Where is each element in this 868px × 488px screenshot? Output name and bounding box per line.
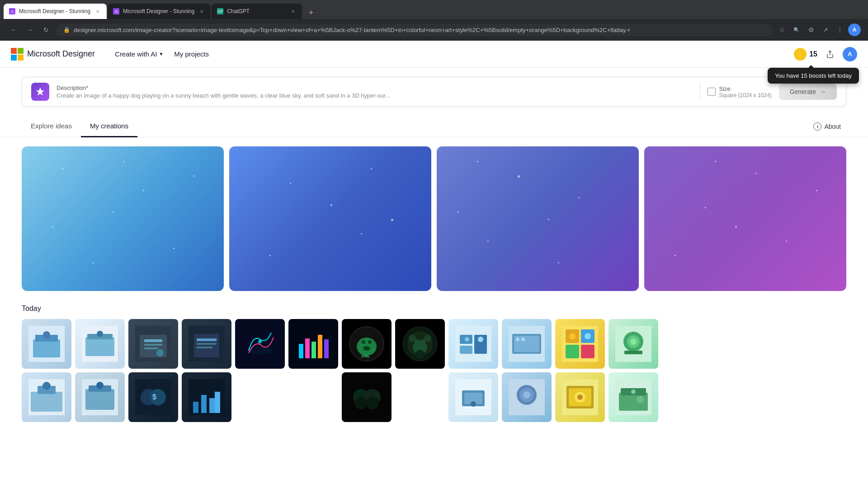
forward-button[interactable]: → — [24, 23, 36, 36]
today-item-3[interactable] — [22, 372, 71, 422]
url-bar[interactable]: 🔒 designer.microsoft.com/image-creator?s… — [56, 24, 772, 36]
tab-explore-ideas[interactable]: Explore ideas — [22, 116, 81, 137]
today-item-12[interactable] — [395, 319, 445, 369]
svg-text:$: $ — [152, 393, 156, 401]
svg-point-113 — [637, 396, 644, 403]
today-item-10[interactable] — [288, 319, 338, 369]
svg-rect-24 — [144, 344, 162, 346]
generate-arrow-icon: → — [820, 88, 826, 95]
svg-rect-14 — [31, 392, 62, 412]
tab-title-1: Microsoft Designer - Stunning — [19, 8, 90, 14]
today-item-8[interactable] — [182, 372, 231, 422]
svg-point-55 — [362, 340, 365, 344]
reload-button[interactable]: ↻ — [40, 23, 52, 36]
lock-icon: 🔒 — [63, 27, 70, 33]
generate-button[interactable]: Generate → — [779, 84, 837, 100]
user-profile-button[interactable]: A — [848, 23, 861, 36]
today-item-15[interactable] — [502, 319, 552, 369]
menu-icon[interactable]: ⋮ — [834, 23, 846, 36]
svg-rect-75 — [460, 346, 472, 354]
svg-rect-37 — [193, 402, 198, 413]
svg-rect-41 — [242, 326, 278, 362]
tab-close-2[interactable]: ✕ — [198, 8, 205, 15]
tab-my-creations[interactable]: My creations — [81, 116, 137, 137]
today-item-4[interactable] — [75, 372, 125, 422]
bookmark-icon[interactable]: ☆ — [776, 23, 788, 36]
size-label: Size — [719, 85, 772, 92]
tab-title-3: ChatGPT — [227, 8, 286, 14]
size-checkbox[interactable] — [708, 88, 716, 96]
svg-point-43 — [258, 340, 262, 343]
today-item-18[interactable] — [555, 319, 605, 369]
svg-rect-49 — [324, 339, 329, 358]
boost-button[interactable]: ⚡ 15 — [794, 48, 817, 61]
zoom-icon[interactable]: 🔍 — [790, 23, 803, 36]
today-item-20[interactable] — [555, 372, 605, 422]
today-item-14[interactable] — [448, 319, 498, 369]
today-item-19[interactable] — [609, 319, 658, 369]
today-item-17[interactable] — [502, 372, 552, 422]
tab-close-3[interactable]: ✕ — [289, 8, 297, 15]
svg-point-65 — [409, 335, 416, 342]
svg-rect-28 — [194, 334, 219, 357]
my-projects-button[interactable]: My projects — [169, 47, 214, 61]
create-with-ai-button[interactable]: Create with AI ▼ — [109, 47, 169, 61]
tab-close-1[interactable]: ✕ — [94, 8, 101, 15]
prompt-label: Description* — [57, 84, 693, 91]
today-item-16[interactable] — [448, 372, 498, 422]
svg-rect-48 — [318, 335, 322, 358]
share-icon[interactable] — [823, 47, 837, 61]
today-item-5[interactable] — [128, 319, 178, 369]
prompt-input-area[interactable]: Description* Create an image of a happy … — [57, 84, 693, 99]
today-item-13[interactable] — [342, 372, 392, 422]
about-button[interactable]: i About — [808, 119, 846, 134]
today-item-21[interactable] — [609, 372, 658, 422]
today-item-6[interactable] — [182, 319, 231, 369]
svg-rect-2 — [11, 55, 17, 61]
loading-image-1[interactable] — [22, 146, 224, 291]
svg-point-72 — [366, 397, 379, 409]
today-item-2[interactable] — [75, 319, 125, 369]
user-avatar[interactable]: A — [843, 47, 857, 61]
today-item-11[interactable]: ONL — [342, 319, 392, 369]
svg-text:ONL: ONL — [361, 354, 370, 358]
today-section: Today — [0, 300, 868, 431]
about-label: About — [824, 123, 841, 130]
svg-point-82 — [516, 338, 519, 341]
size-area: Size Square (1024 x 1024) — [708, 85, 772, 99]
svg-point-42 — [246, 347, 274, 354]
svg-rect-103 — [624, 351, 642, 354]
today-item-1[interactable] — [22, 319, 71, 369]
extension-icon[interactable]: ⚙ — [805, 23, 817, 36]
svg-point-71 — [355, 397, 368, 409]
prompt-icon — [31, 83, 49, 101]
browser-tab-2[interactable]: D Microsoft Designer - Stunning ✕ — [108, 4, 211, 19]
loading-images — [0, 137, 868, 300]
svg-point-8 — [43, 331, 50, 338]
browser-tab-3[interactable]: GP ChatGPT ✕ — [212, 4, 302, 19]
today-item-7[interactable]: $ — [128, 372, 178, 422]
svg-rect-40 — [215, 392, 220, 413]
url-text: designer.microsoft.com/image-creator?sce… — [74, 27, 765, 33]
svg-rect-6 — [33, 339, 60, 357]
svg-point-102 — [630, 338, 637, 345]
browser-tab-1[interactable]: D Microsoft Designer - Stunning ✕ — [4, 4, 107, 19]
prompt-bar: Description* Create an image of a happy … — [22, 77, 846, 107]
svg-rect-38 — [201, 395, 207, 413]
tab-favicon-2: D — [113, 8, 119, 14]
svg-rect-39 — [209, 398, 215, 413]
share-browser-icon[interactable]: ↗ — [819, 23, 832, 36]
new-tab-button[interactable]: + — [305, 6, 317, 19]
thumb-group-6 — [555, 319, 658, 422]
back-button[interactable]: ← — [7, 23, 20, 36]
header-right: ⚡ 15 A — [794, 47, 857, 61]
svg-point-108 — [577, 394, 583, 400]
svg-point-91 — [523, 391, 530, 399]
boost-icon: ⚡ — [794, 48, 807, 61]
today-item-9[interactable] — [235, 319, 285, 369]
loading-image-3[interactable] — [437, 146, 639, 291]
loading-image-2[interactable] — [229, 146, 431, 291]
size-info: Size Square (1024 x 1024) — [719, 85, 772, 99]
today-row: $ — [22, 319, 846, 422]
loading-image-4[interactable] — [644, 146, 846, 291]
